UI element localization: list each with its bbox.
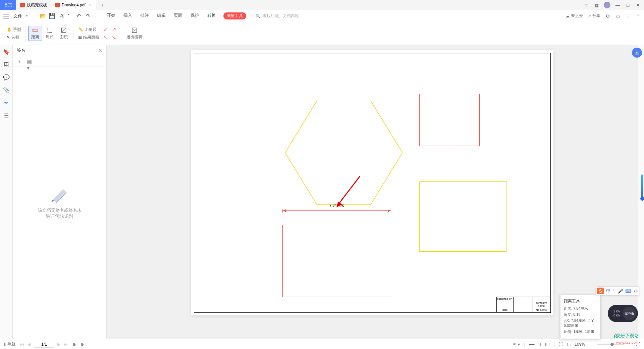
result-panel-tool[interactable]: ▦结果面板: [78, 35, 99, 40]
chevron-down-icon[interactable]: ▾: [68, 13, 69, 19]
ime-punct-icon[interactable]: °,: [612, 289, 615, 294]
pen-icon: [50, 186, 70, 203]
image-icon[interactable]: 🖼: [3, 61, 10, 68]
more-icon[interactable]: ⋮: [625, 13, 631, 19]
diag4-icon[interactable]: ↘: [111, 35, 117, 41]
redo-icon[interactable]: ↷: [85, 13, 91, 19]
area-tool[interactable]: 面积: [57, 26, 70, 41]
zoom-out-btn[interactable]: －: [589, 341, 593, 347]
minimize-icon[interactable]: —: [615, 2, 621, 8]
list-icon[interactable]: ▦ ▾: [27, 58, 32, 64]
tab-edit[interactable]: 编辑: [156, 12, 166, 19]
share-button[interactable]: ↗ 分享: [588, 13, 600, 19]
cloud-status[interactable]: ☁ 未上云: [566, 13, 583, 19]
layers-icon[interactable]: ☰: [3, 112, 10, 119]
ime-bar[interactable]: S 中 °, 🎤 ⌨ ⚙: [596, 287, 639, 295]
maximize-icon[interactable]: □: [625, 2, 631, 8]
distance-icon: [32, 27, 39, 34]
tab-convert[interactable]: 转换: [207, 12, 217, 19]
cursor-icon: ↖: [7, 35, 10, 40]
avatar[interactable]: [604, 2, 610, 8]
perimeter-tool[interactable]: 周长: [43, 26, 56, 41]
chevron-down-icon[interactable]: ▾: [26, 14, 28, 17]
tab-home[interactable]: 首页: [0, 0, 16, 10]
last-page-icon[interactable]: ⏭: [64, 342, 68, 347]
close-icon[interactable]: ✕: [635, 2, 641, 8]
bookmark-icon[interactable]: 🔖: [3, 48, 10, 55]
nav-toggle[interactable]: ▯ 导航: [4, 341, 15, 347]
signature-icon[interactable]: ✒: [3, 99, 10, 106]
watermark: ⟨极光下载站: [613, 333, 639, 339]
doc-icon: [20, 3, 25, 7]
zoom-out-icon[interactable]: ⊖: [80, 342, 84, 347]
grid-icon[interactable]: ▦: [594, 2, 599, 8]
panel-close-icon[interactable]: ✕: [98, 47, 102, 54]
select-tool[interactable]: ↖选择: [7, 35, 21, 40]
ime-settings-icon[interactable]: ⚙: [634, 289, 638, 294]
network-speed-widget[interactable]: ↑ 1 K/s ↓ 0 K/s 62%: [608, 305, 638, 322]
diag3-icon[interactable]: ↗: [111, 27, 117, 33]
ime-logo-icon: S: [597, 288, 604, 294]
prev-page-icon[interactable]: ◀: [28, 342, 31, 347]
tab-comment[interactable]: 批注: [140, 12, 150, 19]
single-page-icon[interactable]: ▯: [539, 342, 541, 347]
pdf-icon: [55, 3, 60, 7]
tab-label: 找稻壳模板: [27, 2, 47, 8]
rotate-icon[interactable]: ▢: [567, 342, 571, 347]
hamburger-icon[interactable]: [3, 14, 9, 18]
tab-measure[interactable]: 测量工具: [223, 12, 246, 19]
zoom-level[interactable]: 109%: [575, 342, 585, 347]
new-tab-button[interactable]: ＋: [96, 2, 109, 9]
area-icon: [60, 27, 67, 34]
tab-document[interactable]: Drawing4.pdf ○: [51, 0, 96, 10]
crop-icon[interactable]: ⛶: [559, 342, 563, 347]
page-input[interactable]: [34, 341, 54, 348]
open-icon[interactable]: 📂: [40, 13, 46, 19]
zoom-slider[interactable]: [597, 344, 624, 345]
next-page-icon[interactable]: ▶: [57, 342, 60, 347]
download-speed: ↓ 0 K/s: [611, 314, 621, 317]
canvas-area[interactable]: 7.84厘米 designed by company name datefile…: [107, 45, 638, 339]
svg-rect-5: [47, 28, 52, 32]
page: 7.84厘米 designed by company name datefile…: [191, 50, 553, 315]
distance-tool[interactable]: 距离: [28, 26, 42, 41]
diag2-icon[interactable]: ⤡: [103, 35, 109, 41]
ime-keyboard-icon[interactable]: ⌨: [625, 289, 632, 294]
first-page-icon[interactable]: ⏮: [20, 342, 24, 347]
floating-action-button[interactable]: 🤖: [632, 48, 642, 58]
file-menu[interactable]: 文件: [13, 13, 22, 19]
title-bar: 首页 找稻壳模板 Drawing4.pdf ○ ＋ ▭ ▦ — □ ✕: [0, 0, 644, 10]
hand-tool[interactable]: ✋手型: [7, 27, 21, 33]
zoom-in-icon[interactable]: ⊕: [72, 342, 76, 347]
add-icon[interactable]: ＋: [17, 58, 22, 64]
tab-template[interactable]: 找稻壳模板: [16, 0, 51, 10]
eye-icon[interactable]: 👁 ▾: [513, 342, 520, 347]
print-icon[interactable]: 🖨: [59, 13, 65, 19]
comment-icon[interactable]: 💬: [3, 74, 10, 81]
tab-start[interactable]: 开始: [106, 12, 116, 19]
tab-insert[interactable]: 插入: [123, 12, 133, 19]
attachment-icon[interactable]: 📎: [3, 87, 10, 93]
panel-title: 签名: [17, 47, 25, 53]
window-icon[interactable]: ▭: [615, 13, 621, 19]
save-icon[interactable]: 💾: [49, 13, 55, 19]
search-box[interactable]: 🔍 查找功能、文档内容: [256, 13, 299, 19]
tab-protect[interactable]: 保护: [190, 12, 200, 19]
rect-shape: [282, 225, 391, 297]
diag1-icon[interactable]: ⤢: [103, 27, 109, 33]
ime-mic-icon[interactable]: 🎤: [618, 289, 623, 294]
exit-edit-tool[interactable]: 退出编辑: [124, 26, 145, 41]
scale-tool[interactable]: 📏比例尺: [78, 27, 99, 33]
tab-page[interactable]: 页面: [173, 12, 183, 19]
tab-label: Drawing4.pdf: [62, 3, 86, 7]
measurement-panel[interactable]: 距离工具 距离: 7.84厘米 角度: 0.18 △X: 7.84厘米 △Y: …: [560, 295, 600, 339]
layout-icon[interactable]: ▭: [584, 2, 589, 8]
undo-icon[interactable]: ↶: [75, 13, 82, 19]
ime-lang[interactable]: 中: [606, 288, 610, 294]
two-page-icon[interactable]: ▯▯: [545, 342, 550, 347]
collapse-icon[interactable]: ⌃: [635, 13, 641, 19]
fit-width-icon[interactable]: ⟷: [529, 342, 535, 347]
search-icon: 🔍: [256, 14, 261, 18]
gear-icon[interactable]: ⚙: [605, 13, 610, 19]
unsaved-icon: ○: [89, 2, 92, 8]
